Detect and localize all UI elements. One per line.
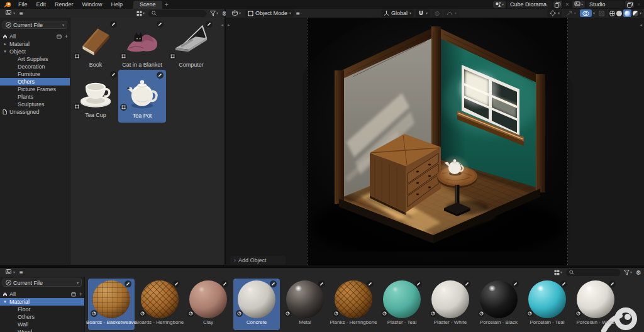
edit-asset-icon[interactable] (512, 280, 519, 287)
collapse-sidebar-icon[interactable]: ◂ (221, 23, 223, 28)
edit-asset-icon[interactable] (609, 280, 616, 287)
scene-name-field[interactable]: Cube Diorama (507, 1, 552, 8)
edit-asset-icon[interactable] (560, 280, 567, 287)
material-tile-concrete[interactable]: Concrete (233, 279, 280, 330)
sidebar-toggle-icon[interactable]: ◂ (640, 23, 642, 28)
unlink-scene-button[interactable]: × (564, 1, 571, 8)
material-search-input[interactable] (566, 269, 620, 276)
edit-asset-icon[interactable] (110, 71, 117, 78)
material-tile-porcelain-teal[interactable]: Porcelain - Teal (524, 279, 570, 330)
toolbar-toggle-icon[interactable]: ▸ (228, 23, 230, 28)
asset-tile-tea-pot[interactable]: Tea Pot (118, 70, 166, 123)
material-tile-boards-herringbone[interactable]: Boards - Herringbone (136, 279, 183, 330)
gear-icon[interactable]: ⚙ (636, 269, 641, 276)
show-overlays-button[interactable] (580, 9, 592, 17)
workspace-tab-scene[interactable]: Scene (133, 1, 162, 9)
catalog-item-furniture[interactable]: Furniture (0, 70, 70, 78)
edit-asset-icon[interactable] (125, 280, 131, 287)
editor-type-button[interactable]: ▾ (4, 9, 17, 17)
edit-asset-icon[interactable] (206, 21, 213, 28)
catalog-item-art-supplies[interactable]: Art Supplies (0, 55, 70, 63)
editor-menu-icon[interactable]: ≡ (19, 10, 23, 17)
blender-logo-icon[interactable] (4, 1, 11, 8)
edit-asset-icon[interactable] (318, 280, 325, 287)
catalog-item-others[interactable]: Others (0, 313, 84, 321)
editor-menu-icon[interactable]: ≡ (19, 269, 23, 276)
asset-tile-book[interactable]: Book (72, 21, 119, 69)
new-catalog-icon[interactable] (71, 292, 76, 297)
menu-window[interactable]: Window (78, 1, 107, 8)
catalog-item-wood[interactable]: Wood (0, 328, 84, 332)
add-workspace-button[interactable]: + (165, 1, 169, 8)
material-tile-boards-basketweave[interactable]: Boards - Basketweave (88, 279, 135, 330)
add-catalog-icon[interactable]: + (79, 291, 82, 297)
edit-asset-icon[interactable] (173, 280, 180, 287)
catalog-item-others[interactable]: Others (0, 78, 70, 86)
add-object-panel[interactable]: › Add Object (230, 256, 286, 265)
edit-asset-icon[interactable] (157, 72, 164, 79)
show-gizmos-button[interactable]: ▾ (547, 9, 562, 17)
toggle-xray-button[interactable] (596, 9, 607, 17)
material-tile-plaster-teal[interactable]: Plaster - Teal (379, 279, 425, 330)
proportional-falloff-button[interactable]: ▾ (444, 9, 459, 17)
shading-wireframe-button[interactable] (609, 11, 615, 16)
catalog-item-material[interactable]: ▾Material (0, 298, 84, 306)
catalog-item-picture-frames[interactable]: Picture Frames (0, 86, 70, 93)
editor-type-button[interactable]: ▾ (230, 9, 243, 17)
scene-browse-button[interactable]: ▾ (493, 1, 506, 8)
edit-asset-icon[interactable] (221, 280, 228, 287)
edit-asset-icon[interactable] (110, 21, 117, 28)
material-tile-clay[interactable]: Clay (185, 279, 231, 330)
view-layer-name-field[interactable]: Studio (586, 1, 624, 8)
collapse-icon[interactable]: ▾ (3, 49, 8, 54)
menu-edit[interactable]: Edit (32, 1, 51, 8)
shelf-source-select[interactable]: Current File ▾ (3, 279, 82, 287)
edit-asset-icon[interactable] (270, 280, 277, 287)
asset-source-select[interactable]: Current File ▾ (3, 21, 67, 29)
edit-asset-icon[interactable] (157, 21, 164, 28)
editor-type-button[interactable]: ▾ (4, 268, 17, 276)
display-settings-button[interactable]: ▾ (552, 268, 564, 276)
edit-asset-icon[interactable] (464, 280, 470, 287)
collapse-icon[interactable]: ▾ (3, 299, 8, 304)
viewport-3d[interactable]: ▸ ◂ (226, 18, 644, 265)
asset-tile-cat-in-a-blanket[interactable]: Cat in a Blanket (118, 21, 166, 69)
shading-material-preview-button[interactable] (623, 9, 631, 17)
material-tile-plaster-white[interactable]: Plaster - White (427, 279, 474, 330)
display-settings-button[interactable]: ▾ (135, 9, 147, 17)
menu-file[interactable]: File (14, 1, 32, 8)
toggle-xray-alt-button[interactable]: ▾ (564, 9, 579, 17)
catalog-item-all[interactable]: All+ (0, 290, 84, 298)
new-catalog-icon[interactable] (57, 34, 62, 39)
chevron-down-icon[interactable]: ▾ (593, 11, 595, 15)
catalog-item-unassigned[interactable]: Unassigned (0, 108, 70, 116)
material-tile-porcelain-white[interactable]: Porcelain - White (572, 279, 619, 330)
chevron-down-icon[interactable]: ▾ (640, 11, 641, 15)
material-tile-metal[interactable]: Metal (282, 279, 328, 330)
transform-orientation-selector[interactable]: Global ▾ (381, 9, 414, 17)
edit-asset-icon[interactable] (415, 280, 422, 287)
filter-button[interactable]: ▾ (208, 9, 220, 17)
view-layer-browse-button[interactable]: ▾ (572, 1, 585, 8)
menu-render[interactable]: Render (50, 1, 78, 8)
catalog-item-plants[interactable]: Plants (0, 93, 70, 101)
new-view-layer-button[interactable] (625, 1, 634, 8)
catalog-item-material[interactable]: ▸Material (0, 40, 70, 48)
expand-icon[interactable]: ▸ (3, 42, 8, 47)
catalog-item-floor[interactable]: Floor (0, 306, 84, 313)
catalog-item-wall[interactable]: Wall (0, 321, 84, 328)
asset-search-input[interactable] (148, 10, 206, 17)
edit-asset-icon[interactable] (367, 280, 374, 287)
shading-rendered-button[interactable] (633, 11, 638, 16)
shading-solid-button[interactable] (616, 11, 622, 16)
menu-help[interactable]: Help (107, 1, 128, 8)
remove-view-layer-button[interactable]: × (635, 1, 643, 8)
material-tile-planks-herringbone[interactable]: Planks - Herringbone (330, 279, 377, 330)
editor-menu-icon[interactable]: ≡ (296, 10, 300, 17)
catalog-item-sculptures[interactable]: Sculptures (0, 101, 70, 108)
catalog-item-decoration[interactable]: Decoration (0, 63, 70, 70)
catalog-item-all[interactable]: All+ (0, 33, 70, 40)
add-catalog-icon[interactable]: + (65, 33, 68, 40)
filter-button[interactable]: ▾ (622, 268, 634, 276)
new-scene-button[interactable] (553, 1, 562, 8)
